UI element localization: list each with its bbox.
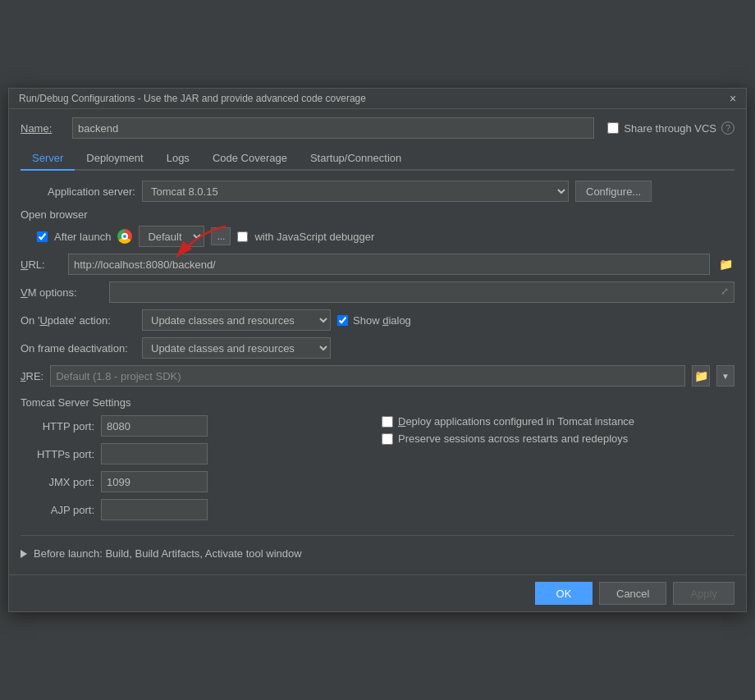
share-vcs-row: Share through VCS ? — [607, 121, 734, 135]
help-icon[interactable]: ? — [721, 121, 734, 135]
ajp-port-row: AJP port: — [21, 499, 373, 520]
on-update-row: On 'Update' action: Update classes and r… — [21, 309, 734, 331]
http-port-row: HTTP port: — [21, 415, 373, 437]
after-launch-checkbox[interactable] — [37, 231, 48, 242]
tab-deployment[interactable]: Deployment — [75, 147, 154, 171]
preserve-sessions-label: Preserve sessions across restarts and re… — [398, 432, 628, 445]
preserve-sessions-row: Preserve sessions across restarts and re… — [382, 432, 734, 445]
run-debug-dialog: Run/Debug Configurations - Use the JAR a… — [8, 88, 747, 612]
after-launch-label: After launch — [54, 231, 111, 243]
ajp-port-label: AJP port: — [21, 504, 94, 516]
deploy-apps-row: Deploy applications configured in Tomcat… — [382, 415, 734, 428]
name-label-text: Name: — [21, 122, 52, 135]
divider — [21, 535, 734, 536]
jre-folder-button[interactable]: 📁 — [692, 365, 710, 387]
on-update-label: On 'Update' action: — [21, 314, 135, 327]
jre-dropdown-button[interactable]: ▼ — [716, 365, 734, 387]
url-folder-button[interactable]: 📁 — [716, 255, 734, 273]
https-port-row: HTTPs port: — [21, 443, 373, 464]
app-server-label: Application server: — [21, 185, 135, 198]
https-port-label: HTTPs port: — [21, 448, 94, 460]
vm-expand-button[interactable]: ⤢ — [716, 283, 733, 300]
jmx-port-label: JMX port: — [21, 476, 94, 488]
bottom-buttons-row: OK Cancel Apply — [9, 574, 746, 611]
vm-options-input[interactable] — [109, 281, 734, 303]
expand-triangle-icon — [21, 550, 27, 558]
tab-code-coverage[interactable]: Code Coverage — [201, 147, 299, 171]
ok-button[interactable]: OK — [535, 582, 593, 605]
http-port-label: HTTP port: — [21, 420, 94, 432]
show-dialog-row: Show dialog — [337, 314, 411, 327]
ports-right: Deploy applications configured in Tomcat… — [382, 415, 734, 527]
dialog-body: Name: Share through VCS ? Server Deploym… — [9, 109, 746, 574]
close-button[interactable]: × — [726, 92, 739, 105]
configure-button[interactable]: Configure... — [575, 181, 652, 202]
tab-logs[interactable]: Logs — [155, 147, 201, 171]
https-port-input[interactable] — [101, 443, 208, 464]
jmx-port-input[interactable] — [101, 471, 208, 492]
show-dialog-label: Show dialog — [353, 314, 411, 327]
js-debugger-label: with JavaScript debugger — [254, 231, 374, 243]
on-frame-deactivation-label: On frame deactivation: — [21, 342, 135, 355]
on-frame-deactivation-row: On frame deactivation: Update classes an… — [21, 337, 734, 359]
url-input[interactable] — [68, 254, 710, 275]
js-debugger-checkbox[interactable] — [237, 231, 248, 242]
ports-left: HTTP port: HTTPs port: JMX port: AJP por… — [21, 415, 373, 527]
jre-row: JRE: 📁 ▼ — [21, 365, 734, 387]
tabs: Server Deployment Logs Code Coverage Sta… — [21, 147, 734, 171]
tab-server[interactable]: Server — [21, 147, 75, 171]
browser-select[interactable]: Default — [139, 226, 204, 247]
show-dialog-checkbox[interactable] — [337, 315, 348, 326]
on-frame-deactivation-select[interactable]: Update classes and resources — [142, 337, 331, 359]
app-server-row: Application server: Tomcat 8.0.15 Config… — [21, 181, 734, 202]
title-bar: Run/Debug Configurations - Use the JAR a… — [9, 89, 746, 109]
app-server-select[interactable]: Tomcat 8.0.15 — [142, 181, 569, 202]
preserve-sessions-checkbox[interactable] — [382, 433, 393, 445]
tab-startup-connection[interactable]: Startup/Connection — [299, 147, 413, 171]
vm-options-label: VM options: — [21, 286, 103, 299]
name-input[interactable] — [72, 117, 594, 139]
name-row: Name: Share through VCS ? — [21, 117, 734, 139]
url-row: URL: 📁 — [21, 254, 734, 275]
name-label: Name: — [21, 122, 66, 135]
before-launch-label: Before launch: Build, Build Artifacts, A… — [34, 547, 302, 560]
url-section: URL: 📁 — [21, 254, 734, 275]
url-label: URL: — [21, 258, 62, 271]
vm-options-row: VM options: ⤢ — [21, 281, 734, 303]
deploy-apps-checkbox[interactable] — [382, 416, 393, 428]
deploy-apps-label: Deploy applications configured in Tomcat… — [398, 415, 634, 428]
jmx-port-row: JMX port: — [21, 471, 373, 492]
chrome-icon — [117, 229, 132, 244]
browser-row: After launch Default ... with JavaScript… — [21, 226, 734, 247]
http-port-input[interactable] — [101, 415, 208, 437]
on-update-select[interactable]: Update classes and resources — [142, 309, 331, 331]
jre-label: JRE: — [21, 370, 43, 382]
cancel-button[interactable]: Cancel — [599, 582, 666, 605]
share-vcs-checkbox[interactable] — [607, 122, 619, 134]
share-vcs-label: Share through VCS — [624, 122, 716, 135]
title-bar-text: Run/Debug Configurations - Use the JAR a… — [19, 93, 726, 104]
open-browser-section: Open browser After launch Default ... wi… — [21, 208, 734, 247]
vm-input-wrapper: ⤢ — [109, 281, 734, 303]
open-browser-label: Open browser — [21, 208, 734, 221]
tomcat-settings-title: Tomcat Server Settings — [21, 396, 734, 409]
apply-button[interactable]: Apply — [673, 582, 734, 605]
tomcat-settings-section: Tomcat Server Settings HTTP port: HTTPs … — [21, 396, 734, 527]
before-launch-row[interactable]: Before launch: Build, Build Artifacts, A… — [21, 541, 734, 566]
jre-input[interactable] — [50, 365, 685, 387]
ajp-port-input[interactable] — [101, 499, 208, 520]
browse-browser-button[interactable]: ... — [211, 227, 231, 245]
ports-main: HTTP port: HTTPs port: JMX port: AJP por… — [21, 415, 734, 527]
